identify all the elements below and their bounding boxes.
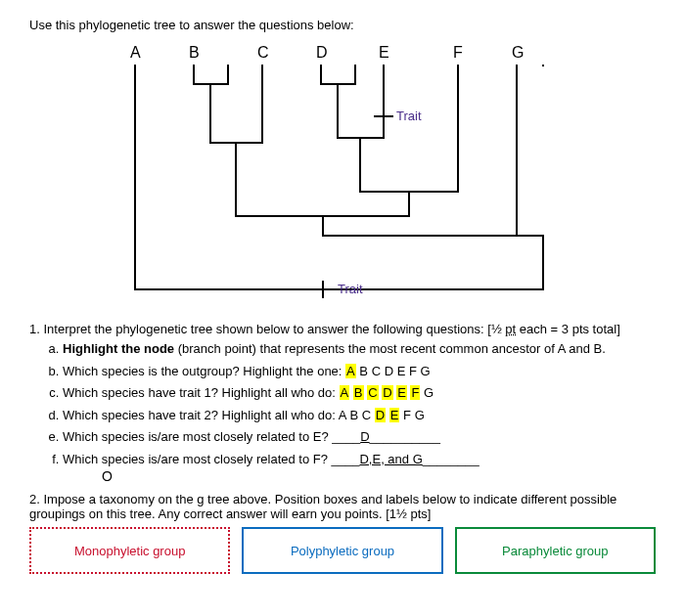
taxon-C: C <box>257 44 269 61</box>
page-prompt: Use this phylogenetic tree to answer the… <box>29 18 656 32</box>
polyphyletic-box[interactable]: Polyphyletic group <box>242 527 442 574</box>
q1d-taxa: A B C D E F G <box>339 408 425 422</box>
q1e: Which species is/are most closely relate… <box>63 428 656 446</box>
taxon-B: B <box>189 44 200 61</box>
q1c-taxa: A B C D E F G <box>340 385 434 400</box>
q1b: Which species is the outgroup? Highlight… <box>63 363 656 380</box>
q1c: Which species have trait 1? Highlight al… <box>63 384 656 402</box>
q1d: Which species have trait 2? Highlight al… <box>63 407 656 424</box>
circle-icon: O <box>102 467 113 486</box>
q1a: Highlight the node (branch point) that r… <box>63 340 656 358</box>
taxon-D: D <box>316 44 328 61</box>
q1f: Which species is/are most closely relate… <box>63 451 656 486</box>
taxon-E: E <box>379 44 389 61</box>
question-1: 1. Interpret the phylogenetic tree shown… <box>29 322 656 486</box>
taxon-F: F <box>453 44 463 61</box>
trait-upper-label: Trait <box>396 109 422 123</box>
phylo-tree: A B C D E F G <box>113 40 572 304</box>
taxon-G: G <box>512 44 524 61</box>
question-2: 2. Impose a taxonomy on the g tree above… <box>29 492 656 574</box>
paraphyletic-box[interactable]: Paraphyletic group <box>455 527 656 574</box>
taxon-A: A <box>130 44 141 61</box>
monophyletic-box[interactable]: Monophyletic group <box>29 527 230 574</box>
q1b-taxa: A B C D E F G <box>345 364 431 378</box>
trait-lower-label: Trait <box>338 282 363 296</box>
